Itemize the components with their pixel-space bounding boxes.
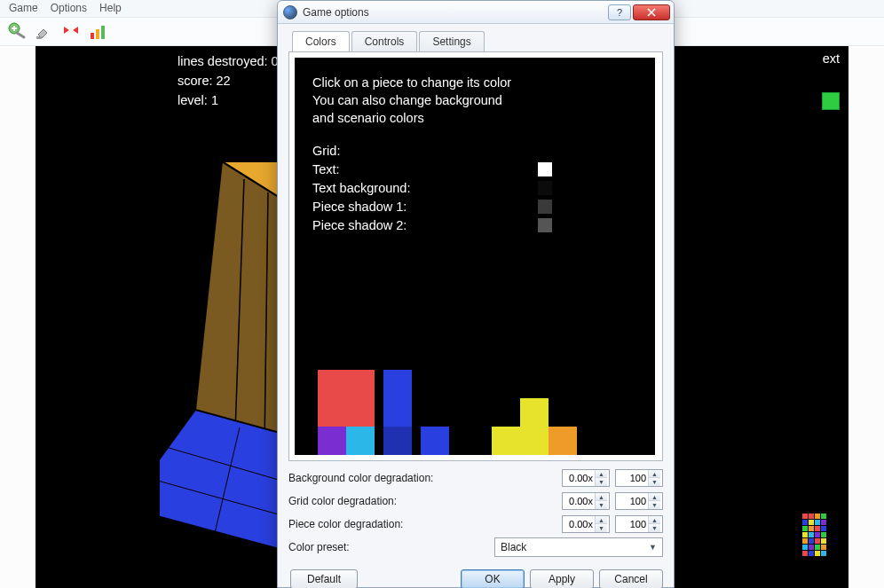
piece-cell[interactable] (318, 427, 346, 455)
apply-button[interactable]: Apply (530, 569, 594, 588)
menu-options[interactable]: Options (51, 2, 87, 15)
svg-rect-34 (815, 520, 820, 525)
legend-grid-label: Grid: (312, 144, 534, 158)
svg-rect-52 (802, 551, 808, 556)
spin-down-icon[interactable]: ▼ (649, 501, 660, 509)
cancel-button[interactable]: Cancel (599, 569, 663, 588)
svg-rect-29 (809, 514, 814, 519)
piece-degradation-x-spinner[interactable]: ▲▼ (562, 515, 610, 533)
spin-up-icon[interactable]: ▲ (649, 470, 660, 478)
piece-preview (295, 357, 655, 455)
legend-shadow2-label: Piece shadow 2: (312, 218, 534, 232)
piece-cell[interactable] (383, 427, 412, 455)
spin-up-icon[interactable]: ▲ (649, 493, 660, 501)
svg-rect-50 (815, 545, 820, 550)
tab-settings[interactable]: Settings (419, 31, 484, 51)
bg-degradation-x-input[interactable] (563, 473, 595, 483)
mini-color-stack (802, 514, 838, 584)
svg-rect-48 (802, 545, 808, 550)
piece-cell[interactable] (520, 398, 549, 427)
svg-rect-51 (821, 545, 826, 550)
piece-cell[interactable] (318, 370, 346, 398)
toolbar-btn-new-game[interactable] (7, 21, 28, 43)
svg-rect-46 (815, 538, 820, 544)
swatch-text[interactable] (538, 162, 552, 176)
spin-down-icon[interactable]: ▼ (596, 478, 607, 486)
piece-cell[interactable] (520, 427, 549, 455)
tab-controls[interactable]: Controls (351, 31, 418, 51)
piece-cell[interactable] (383, 370, 412, 398)
spin-down-icon[interactable]: ▼ (649, 524, 660, 532)
svg-rect-4 (101, 26, 105, 39)
help-button[interactable]: ? (608, 4, 631, 20)
spin-down-icon[interactable]: ▼ (596, 524, 607, 532)
svg-rect-47 (821, 538, 826, 544)
piece-degradation-value-input[interactable] (616, 519, 648, 529)
instruction-line1: Click on a piece to change its color (312, 74, 511, 91)
color-preview-area: Click on a piece to change its color You… (295, 58, 655, 455)
preview-instruction: Click on a piece to change its color You… (312, 74, 511, 127)
menu-help[interactable]: Help (99, 2, 122, 15)
tab-content-colors: Click on a piece to change its color You… (288, 51, 663, 461)
bg-degradation-value-input[interactable] (616, 473, 648, 483)
svg-rect-43 (821, 532, 826, 537)
toolbar-btn-stats[interactable] (87, 21, 108, 43)
close-button[interactable] (633, 4, 670, 20)
next-piece-block (822, 92, 840, 110)
svg-rect-49 (809, 545, 814, 550)
piece-degradation-value-spinner[interactable]: ▲▼ (615, 515, 663, 533)
piece-cell[interactable] (318, 398, 346, 427)
menu-game[interactable]: Game (9, 2, 38, 15)
svg-rect-32 (802, 520, 808, 525)
svg-rect-31 (821, 514, 826, 519)
score-value: 22 (217, 74, 231, 88)
legend-shadow1-label: Piece shadow 1: (312, 200, 534, 214)
grid-degradation-value-input[interactable] (616, 496, 648, 506)
piece-cell[interactable] (346, 398, 375, 427)
tab-strip: Colors Controls Settings (278, 24, 674, 51)
color-preset-value: Black (501, 541, 526, 553)
piece-cell[interactable] (492, 427, 520, 455)
bg-degradation-value-spinner[interactable]: ▲▼ (615, 469, 663, 487)
piece-cell[interactable] (346, 370, 375, 398)
piece-cell[interactable] (549, 427, 577, 455)
piece-degradation-label: Piece color degradation: (288, 518, 556, 530)
ok-button[interactable]: OK (461, 569, 525, 588)
spin-down-icon[interactable]: ▼ (649, 478, 660, 486)
toolbar-btn-flag[interactable] (60, 21, 82, 43)
toolbar-btn-settings[interactable] (34, 21, 55, 43)
svg-rect-3 (96, 29, 99, 39)
piece-cell[interactable] (346, 427, 375, 455)
grid-degradation-x-input[interactable] (563, 496, 595, 506)
spin-up-icon[interactable]: ▲ (649, 516, 660, 524)
color-legend: Grid: Text: Text background: Piece shado… (312, 141, 552, 234)
piece-cell[interactable] (383, 398, 412, 427)
grid-degradation-x-spinner[interactable]: ▲▼ (562, 492, 610, 510)
spin-up-icon[interactable]: ▲ (596, 516, 607, 524)
spin-down-icon[interactable]: ▼ (596, 501, 607, 509)
piece-degradation-x-input[interactable] (563, 519, 595, 529)
svg-rect-44 (802, 538, 808, 544)
svg-rect-30 (815, 514, 820, 519)
default-button[interactable]: Default (290, 569, 358, 588)
bg-degradation-label: Background color degradation: (288, 472, 556, 484)
svg-rect-45 (809, 538, 814, 544)
swatch-grid[interactable] (538, 144, 552, 158)
game-stats: lines destroyed: 0 score: 22 level: 1 (178, 51, 279, 110)
bg-degradation-x-spinner[interactable]: ▲▼ (562, 469, 610, 487)
spin-up-icon[interactable]: ▲ (596, 493, 607, 501)
spin-up-icon[interactable]: ▲ (596, 470, 607, 478)
piece-cell[interactable] (421, 427, 449, 455)
svg-rect-2 (91, 33, 94, 39)
swatch-shadow2[interactable] (538, 218, 552, 232)
tab-colors[interactable]: Colors (292, 31, 350, 51)
dialog-title-icon (283, 5, 297, 20)
color-preset-select[interactable]: Black ▼ (494, 537, 663, 557)
score-label: score: (178, 74, 213, 88)
swatch-textbg[interactable] (538, 181, 552, 195)
dialog-titlebar[interactable]: Game options ? (278, 1, 674, 24)
instruction-line2: You can also change background (312, 91, 511, 109)
swatch-shadow1[interactable] (538, 200, 552, 214)
grid-degradation-value-spinner[interactable]: ▲▼ (615, 492, 663, 510)
svg-rect-36 (802, 526, 808, 531)
